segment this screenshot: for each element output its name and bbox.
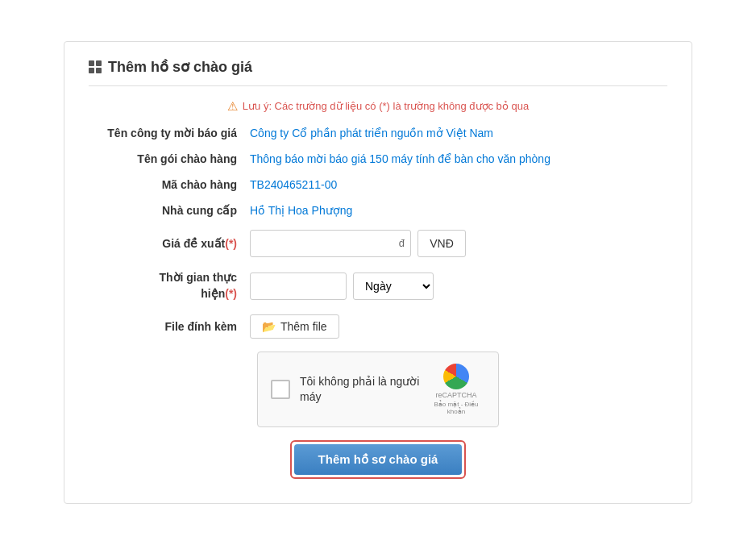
captcha-text: Tôi không phải là người máy — [300, 374, 427, 406]
captcha-right: reCAPTCHA Bảo mật - Điều khoản — [427, 364, 485, 415]
recaptcha-links: Bảo mật - Điều khoản — [427, 401, 485, 415]
company-value: Công ty Cổ phần phát triển nguồn mở Việt… — [250, 127, 493, 139]
submit-button[interactable]: Thêm hồ sơ chào giá — [294, 444, 463, 475]
time-input[interactable] — [250, 272, 347, 300]
add-file-button[interactable]: 📂 Thêm file — [250, 314, 339, 339]
price-row: Giá đề xuất(*) đ VNĐ — [89, 230, 667, 257]
warning-row: ⚠ Lưu ý: Các trường dữ liệu có (*) là tr… — [89, 99, 667, 114]
time-controls: Ngày Tuần Tháng — [250, 272, 434, 300]
warning-icon: ⚠ — [227, 99, 238, 114]
recaptcha-logo — [443, 364, 469, 389]
price-input-wrap: đ — [250, 230, 411, 257]
price-input[interactable] — [250, 230, 411, 257]
code-value: TB240465211-00 — [250, 178, 337, 191]
submit-btn-wrapper: Thêm hồ sơ chào giá — [290, 440, 467, 479]
time-unit-select[interactable]: Ngày Tuần Tháng — [353, 272, 434, 300]
form-container: Thêm hồ sơ chào giá ⚠ Lưu ý: Các trường … — [64, 41, 692, 504]
supplier-label: Nhà cung cấp — [89, 204, 250, 217]
time-required: (*) — [225, 287, 237, 300]
warning-text: Lưu ý: Các trường dữ liệu có (*) là trườ… — [243, 100, 529, 112]
form-title: Thêm hồ sơ chào giá — [89, 58, 667, 86]
folder-icon: 📂 — [262, 320, 276, 333]
recaptcha-label: reCAPTCHA — [436, 391, 477, 399]
add-file-label: Thêm file — [280, 320, 327, 333]
price-required: (*) — [225, 237, 237, 250]
file-row: File đính kèm 📂 Thêm file — [89, 314, 667, 339]
supplier-row: Nhà cung cấp Hồ Thị Hoa Phượng — [89, 204, 667, 217]
package-row: Tên gói chào hàng Thông báo mời báo giá … — [89, 152, 667, 165]
currency-box: VNĐ — [417, 230, 466, 257]
code-row: Mã chào hàng TB240465211-00 — [89, 178, 667, 191]
price-label: Giá đề xuất(*) — [89, 237, 250, 250]
package-label: Tên gói chào hàng — [89, 152, 250, 165]
company-row: Tên công ty mời báo giá Công ty Cổ phần … — [89, 127, 667, 139]
captcha-left: Tôi không phải là người máy — [271, 374, 427, 406]
submit-section: Thêm hồ sơ chào giá — [89, 440, 667, 479]
captcha-section: Tôi không phải là người máy reCAPTCHA Bả… — [89, 352, 667, 427]
code-label: Mã chào hàng — [89, 178, 250, 191]
captcha-box: Tôi không phải là người máy reCAPTCHA Bả… — [257, 352, 499, 427]
package-value: Thông báo mời báo giá 150 máy tính để bà… — [250, 152, 550, 165]
company-label: Tên công ty mời báo giá — [89, 127, 250, 139]
supplier-value: Hồ Thị Hoa Phượng — [250, 204, 352, 217]
file-label: File đính kèm — [89, 320, 250, 333]
time-row: Thời gian thựchiện(*) Ngày Tuần Tháng — [89, 270, 667, 302]
time-label: Thời gian thựchiện(*) — [89, 270, 250, 302]
recaptcha-privacy: Bảo mật — [434, 401, 459, 408]
warning-box: ⚠ Lưu ý: Các trường dữ liệu có (*) là tr… — [227, 99, 529, 114]
price-controls: đ VNĐ — [250, 230, 466, 257]
captcha-checkbox[interactable] — [271, 380, 290, 399]
page-title: Thêm hồ sơ chào giá — [108, 58, 252, 76]
price-unit: đ — [399, 237, 405, 249]
grid-icon — [89, 60, 102, 73]
